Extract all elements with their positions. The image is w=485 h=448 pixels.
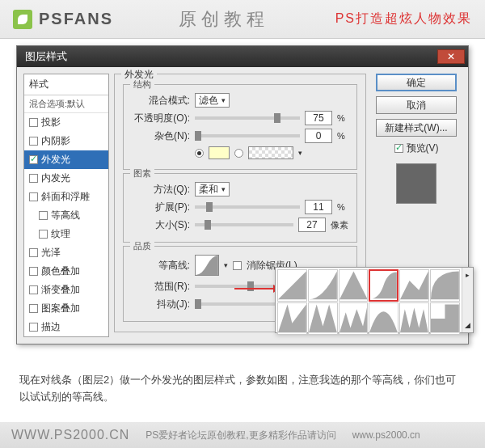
chevron-down-icon: ▾ (221, 185, 226, 193)
chevron-down-icon[interactable]: ▾ (298, 149, 302, 157)
opacity-slider[interactable] (195, 116, 300, 120)
checkbox[interactable] (39, 211, 48, 220)
checkbox[interactable] (29, 155, 38, 164)
style-color-overlay[interactable]: 颜色叠加 (24, 262, 108, 281)
structure-group: 结构 混合模式: 滤色▾ 不透明度(O): 75 % 杂色(N): 0 (123, 84, 357, 170)
range-label: 范围(R): (132, 280, 190, 294)
checkbox[interactable] (29, 118, 38, 127)
page-footer: WWW.PS2000.CN PS爱好者论坛原创教程,更多精彩作品请访问 www.… (0, 422, 485, 448)
spread-label: 扩展(P): (132, 201, 190, 214)
checkbox[interactable] (29, 248, 38, 257)
spread-input[interactable]: 11 (305, 200, 332, 214)
contour-label: 等高线: (132, 259, 190, 273)
checkbox[interactable] (29, 304, 38, 313)
elements-label: 图素 (130, 167, 154, 180)
gradient-radio[interactable] (234, 149, 243, 158)
contour-preset[interactable] (277, 302, 307, 335)
technique-label: 方法(Q): (132, 183, 190, 197)
chevron-down-icon: ▾ (221, 96, 226, 104)
style-outer-glow[interactable]: 外发光 (24, 150, 108, 169)
style-contour[interactable]: 等高线 (24, 206, 108, 225)
elements-group: 图素 方法(Q): 柔和▾ 扩展(P): 11 % 大小(S): 27 (123, 173, 357, 243)
dialog-title: 图层样式 (25, 49, 67, 64)
footer-url: WWW.PS2000.CN (11, 428, 129, 442)
contour-preset[interactable] (308, 302, 338, 335)
cancel-button[interactable]: 取消 (376, 96, 457, 114)
noise-input[interactable]: 0 (305, 129, 332, 143)
blend-mode-select[interactable]: 滤色▾ (195, 93, 230, 108)
opacity-label: 不透明度(O): (132, 112, 190, 125)
spread-slider[interactable] (195, 205, 300, 209)
play-icon[interactable]: ▸ (466, 271, 470, 279)
ok-button[interactable]: 确定 (376, 74, 457, 91)
style-pattern-overlay[interactable]: 图案叠加 (24, 299, 108, 318)
style-gradient-overlay[interactable]: 渐变叠加 (24, 281, 108, 299)
quality-label: 品质 (130, 240, 154, 252)
contour-preset[interactable] (430, 302, 460, 335)
contour-preset[interactable] (339, 302, 369, 335)
style-inner-shadow[interactable]: 内阴影 (24, 132, 108, 150)
checkbox[interactable] (29, 267, 38, 276)
antialias-checkbox[interactable] (233, 261, 242, 270)
blend-mode-label: 混合模式: (132, 94, 190, 108)
technique-select[interactable]: 柔和▾ (195, 182, 230, 197)
preview-checkbox[interactable] (394, 144, 403, 153)
contour-preset[interactable] (399, 302, 429, 335)
size-input[interactable]: 27 (298, 218, 326, 232)
checkbox[interactable] (29, 192, 38, 201)
checkbox[interactable] (29, 174, 38, 183)
style-bevel-emboss[interactable]: 斜面和浮雕 (24, 188, 108, 206)
glow-color-swatch[interactable] (209, 146, 230, 159)
resize-icon[interactable]: ◢ (465, 321, 470, 329)
opacity-input[interactable]: 75 (305, 111, 332, 125)
contour-preset[interactable] (399, 269, 429, 302)
footer-url-2: www.ps2000.cn (352, 429, 420, 441)
style-drop-shadow[interactable]: 投影 (24, 113, 108, 132)
style-texture[interactable]: 纹理 (24, 225, 108, 243)
checkbox[interactable] (29, 137, 38, 146)
logo-text: PSFANS (39, 10, 113, 28)
dialog-titlebar[interactable]: 图层样式 ✕ (17, 46, 468, 67)
checkbox[interactable] (29, 285, 38, 294)
contour-preset[interactable] (369, 302, 399, 335)
banner-subtitle: PS打造超炫人物效果 (335, 11, 472, 27)
style-satin[interactable]: 光泽 (24, 243, 108, 262)
structure-label: 结构 (130, 78, 154, 91)
size-slider[interactable] (195, 223, 293, 226)
chevron-down-icon[interactable]: ▾ (224, 261, 228, 269)
contour-preset[interactable] (430, 269, 460, 302)
contour-preset[interactable] (277, 269, 307, 302)
preview-swatch (396, 163, 436, 204)
annotation-arrow (234, 288, 275, 290)
logo-icon (13, 10, 32, 29)
preview-label: 预览(V) (407, 142, 439, 155)
new-style-button[interactable]: 新建样式(W)... (376, 119, 457, 137)
size-label: 大小(S): (132, 218, 190, 232)
page-banner: PSFANS 原创教程 PS打造超炫人物效果 (0, 0, 485, 39)
jitter-label: 抖动(J): (132, 298, 190, 311)
contour-preset-selected[interactable] (369, 269, 399, 302)
banner-title: 原创教程 (113, 7, 335, 32)
styles-header[interactable]: 样式 (24, 74, 108, 95)
noise-label: 杂色(N): (132, 129, 190, 143)
size-unit: 像素 (331, 219, 348, 231)
tutorial-caption: 现在对线条（图层2）做一个外发光的图层样式，参数如图，注意我选的那个等高线，你们… (19, 372, 466, 406)
contour-preset[interactable] (339, 269, 369, 302)
close-button[interactable]: ✕ (437, 49, 465, 64)
color-radio[interactable] (195, 149, 204, 158)
style-stroke[interactable]: 描边 (24, 318, 108, 336)
contour-preset[interactable] (308, 269, 338, 302)
checkbox[interactable] (29, 323, 38, 332)
glow-gradient-swatch[interactable] (248, 146, 293, 159)
footer-text: PS爱好者论坛原创教程,更多精彩作品请访问 (146, 429, 335, 442)
flyout-sidebar[interactable]: ▸◢ (462, 268, 473, 332)
contour-preset-flyout: ▸◢ (275, 267, 474, 333)
checkbox[interactable] (39, 230, 48, 239)
styles-list-panel: 样式 混合选项:默认 投影 内阴影 外发光 内发光 斜面和浮雕 等高线 纹理 光… (23, 74, 109, 337)
style-inner-glow[interactable]: 内发光 (24, 169, 108, 188)
contour-picker[interactable] (195, 255, 219, 276)
blend-options-default[interactable]: 混合选项:默认 (24, 95, 108, 113)
noise-slider[interactable] (195, 134, 300, 137)
